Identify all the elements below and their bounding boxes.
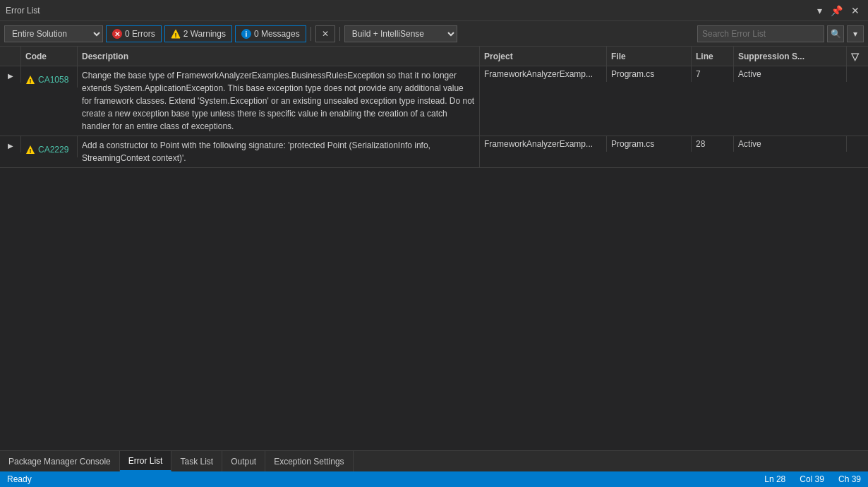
row2-warning-icon: ! [25, 145, 35, 155]
row2-code-cell: ! CA2229 [21, 136, 78, 157]
col-filter: ▽ [847, 47, 868, 66]
row1-warning-icon: ! [25, 75, 35, 85]
row1-code-label[interactable]: CA1058 [38, 75, 68, 85]
scope-select[interactable]: Entire Solution [4, 25, 103, 42]
row1-line-cell: 7 [692, 66, 734, 82]
errors-filter-button[interactable]: ✕ 0 Errors [106, 25, 162, 42]
title-bar: Error List ▾ 📌 ✕ [0, 0, 868, 21]
row2-description-text: Add a constructor to Point with the foll… [82, 139, 475, 164]
info-icon: i [241, 29, 251, 39]
status-right: Ln 28 Col 39 Ch 39 [764, 474, 861, 484]
row2-file-text: Program.cs [611, 139, 654, 149]
window-title: Error List [6, 6, 40, 16]
col-file: File [607, 47, 692, 66]
row1-filter-cell [847, 66, 868, 72]
tab-error-list[interactable]: Error List [120, 451, 172, 471]
tab-output[interactable]: Output [222, 451, 265, 471]
col-project: Project [480, 47, 607, 66]
row1-project-text: FrameworkAnalyzerExamp... [484, 69, 593, 79]
error-icon: ✕ [112, 29, 122, 39]
table-body: ▶ ! CA1058 Change the base type of Frame… [0, 66, 868, 450]
row2-project-cell: FrameworkAnalyzerExamp... [480, 136, 607, 152]
table-header: Code Description Project File Line Suppr… [0, 47, 868, 66]
svg-text:✕: ✕ [114, 30, 120, 38]
toolbar-separator-2 [339, 27, 340, 41]
search-dropdown-icon: ▾ [853, 29, 857, 39]
close-icon[interactable]: ✕ [848, 4, 862, 18]
expand-arrow-icon[interactable]: ▶ [8, 142, 13, 150]
row2-description-cell: Add a constructor to Point with the foll… [78, 136, 480, 167]
table-row: ▶ ! CA1058 Change the base type of Frame… [0, 66, 868, 136]
status-ready: Ready [7, 474, 32, 484]
status-col: Col 39 [800, 474, 824, 484]
row1-file-cell: Program.cs [607, 66, 692, 82]
build-select[interactable]: Build + IntelliSense [344, 25, 457, 42]
row1-expand-cell[interactable]: ▶ [0, 66, 21, 83]
warnings-count-label: 2 Warnings [183, 29, 226, 39]
row1-project-cell: FrameworkAnalyzerExamp... [480, 66, 607, 82]
tab-task-list[interactable]: Task List [171, 451, 222, 471]
row2-line-text: 28 [696, 139, 705, 149]
svg-text:i: i [246, 30, 248, 38]
table-row: ▶ ! CA2229 Add a constructor to Point wi… [0, 136, 868, 168]
tab-exception-settings[interactable]: Exception Settings [265, 451, 353, 471]
filter-funnel-icon[interactable]: ▽ [851, 51, 859, 62]
row2-file-cell: Program.cs [607, 136, 692, 152]
dropdown-arrow-icon[interactable]: ▾ [814, 4, 825, 18]
main-content: Code Description Project File Line Suppr… [0, 47, 868, 450]
row2-line-cell: 28 [692, 136, 734, 152]
search-icon: 🔍 [831, 29, 841, 39]
svg-text:!: ! [174, 31, 176, 38]
tab-package-manager-console[interactable]: Package Manager Console [0, 451, 120, 471]
expand-arrow-icon[interactable]: ▶ [8, 72, 13, 80]
toolbar-separator-1 [311, 27, 311, 41]
search-button[interactable]: 🔍 [827, 25, 844, 42]
status-bar: Ready Ln 28 Col 39 Ch 39 [0, 471, 868, 487]
title-bar-controls: ▾ 📌 ✕ [814, 4, 862, 18]
row1-suppression-cell: Active [734, 66, 847, 82]
row1-code-cell: ! CA1058 [21, 66, 78, 88]
row2-filter-cell [847, 136, 868, 142]
status-left: Ready [7, 474, 32, 484]
col-suppression: Suppression S... [734, 47, 847, 66]
search-input[interactable] [697, 25, 824, 42]
clear-filter-button[interactable]: ✕ [315, 25, 335, 42]
warnings-filter-button[interactable]: ! 2 Warnings [164, 25, 232, 42]
row1-file-text: Program.cs [611, 69, 654, 79]
col-code: Code [21, 47, 78, 66]
row2-project-text: FrameworkAnalyzerExamp... [484, 139, 593, 149]
row1-description-text: Change the base type of FrameworkAnalyze… [82, 69, 475, 133]
row1-suppression-text: Active [738, 69, 761, 79]
clear-icon: ✕ [322, 29, 329, 39]
svg-text:!: ! [30, 148, 32, 155]
row1-description-cell: Change the base type of FrameworkAnalyze… [78, 66, 480, 136]
row2-suppression-text: Active [738, 139, 761, 149]
col-expand [0, 47, 21, 66]
row1-line-text: 7 [696, 69, 701, 79]
search-dropdown-button[interactable]: ▾ [847, 25, 864, 42]
tab-bar: Package Manager Console Error List Task … [0, 450, 868, 471]
status-ch: Ch 39 [838, 474, 861, 484]
svg-text:!: ! [30, 78, 32, 85]
messages-count-label: 0 Messages [254, 29, 300, 39]
col-line: Line [692, 47, 734, 66]
messages-filter-button[interactable]: i 0 Messages [235, 25, 306, 42]
status-ln: Ln 28 [764, 474, 785, 484]
row2-suppression-cell: Active [734, 136, 847, 152]
row2-code-label[interactable]: CA2229 [38, 145, 68, 155]
row2-expand-cell[interactable]: ▶ [0, 136, 21, 152]
toolbar: Entire Solution ✕ 0 Errors ! 2 Warnings … [0, 21, 868, 47]
errors-count-label: 0 Errors [125, 29, 155, 39]
pin-icon[interactable]: 📌 [828, 4, 845, 18]
warning-icon: ! [171, 29, 181, 39]
col-description: Description [78, 47, 480, 66]
